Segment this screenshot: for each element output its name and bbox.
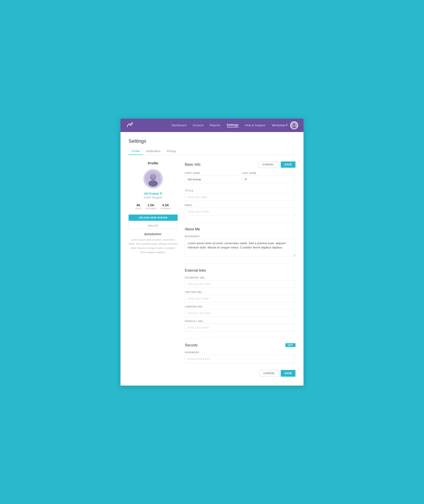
tabs: Profile Notification Privacy [129,148,295,155]
first-name-group: FIRST NAME [185,172,238,183]
logo [126,121,134,130]
bottom-actions: CANCEL SAVE [185,370,295,377]
last-name-label: LAST NAME [242,172,295,174]
stat-messages-value: 1.5K [147,203,154,207]
bottom-save-button[interactable]: SAVE [281,370,295,377]
svg-point-5 [148,180,157,187]
sidebar-biography: BIOGRAPHY Lorem ipsum dolor sit amet, co… [129,233,178,254]
tab-profile[interactable]: Profile [129,148,143,155]
twitter-url-label: Twitter URL: [185,291,295,294]
first-name-input[interactable] [185,176,238,183]
nav-settings[interactable]: Settings [227,123,239,127]
biography-group: BIOGRAPHY Lorem ipsum dolor sit amet, co… [185,235,295,257]
profile-avatar [143,169,163,189]
basic-info-section: Basic Info CANCEL SAVE FIRST NAME LAST N… [185,161,295,215]
profile-form: Basic Info CANCEL SAVE FIRST NAME LAST N… [185,161,295,377]
password-input[interactable] [185,355,295,363]
facebook-url-group: Facebook URL: [185,277,295,288]
google-url-group: Google+ URL: [185,320,295,331]
nav-reports[interactable]: Reports [210,123,220,127]
bottom-cancel-button[interactable]: CANCEL [260,370,279,377]
basic-info-save-button[interactable]: SAVE [281,161,295,168]
main-content: Settings Profile Notification Privacy Pr… [120,132,304,386]
nav-menu: Dashboard Account Reports Settings Help … [172,123,266,127]
delete-avatar-button[interactable]: DELETE [129,222,178,229]
svg-point-1 [293,123,295,126]
page-title: Settings [129,138,295,144]
password-group: PASSWORD [185,351,295,363]
basic-info-actions: CANCEL SAVE [259,161,295,168]
stat-messages-label: messages [145,207,156,210]
biography-label: BIOGRAPHY [185,235,295,238]
name-row: FIRST NAME LAST NAME [185,172,295,186]
sidebar-biography-label: BIOGRAPHY [129,233,178,236]
stat-messages: 1.5K messages [145,203,156,210]
stat-posts-label: posts [136,207,141,210]
basic-info-header: Basic Info CANCEL SAVE [185,161,295,168]
navbar-username: Vel Kumar P [272,123,288,127]
twitter-url-group: Twitter URL: [185,291,295,302]
security-edit-badge[interactable]: EDIT [285,343,295,347]
title-input[interactable] [185,193,295,201]
basic-info-cancel-button[interactable]: CANCEL [259,161,278,168]
password-label: PASSWORD [185,351,295,354]
app-container: Dashboard Account Reports Settings Help … [120,119,304,386]
svg-point-6 [151,174,156,179]
navbar: Dashboard Account Reports Settings Help … [120,119,304,132]
google-url-input[interactable] [185,324,295,331]
sidebar-biography-text: Lorem ipsum dolor sit amet, consectetur … [129,238,178,254]
tab-notification[interactable]: Notification [143,148,164,155]
linkedin-url-group: LinkedIn URL: [185,306,295,317]
title-label: TITTLE [185,190,295,192]
email-input[interactable] [185,208,295,215]
stat-posts-value: 86 [137,203,140,207]
tab-privacy[interactable]: Privacy [164,148,179,155]
linkedin-url-input[interactable] [185,309,295,317]
email-label: EMAIL [185,204,295,207]
facebook-url-label: Facebook URL: [185,277,295,279]
stat-posts: 86 posts [136,203,141,210]
profile-stats: 86 posts 1.5K messages 4.5K members [136,203,171,210]
facebook-url-input[interactable] [185,280,295,288]
security-header: Security EDIT [185,343,295,347]
nav-dashboard[interactable]: Dashboard [172,123,186,127]
about-me-title: About Me [185,227,200,231]
first-name-label: FIRST NAME [185,172,238,174]
google-url-label: Google+ URL: [185,320,295,322]
profile-sidebar-title: Profile [148,161,158,165]
avatar[interactable] [290,121,298,129]
nav-help-support[interactable]: Help & Support [245,123,265,127]
linkedin-url-label: LinkedIn URL: [185,306,295,308]
security-title: Security [185,343,198,347]
about-me-header: About Me [185,227,295,231]
title-group: TITTLE [185,190,295,201]
twitter-url-input[interactable] [185,295,295,302]
about-me-section: About Me BIOGRAPHY Lorem ipsum dolor sit… [185,227,295,257]
external-links-title: External links [185,269,206,272]
profile-sidebar: Profile Vel Kumar P UI/UX Designer 86 [129,161,178,377]
biography-input[interactable]: Lorem ipsum dolor sit amet, consectetur … [185,239,295,257]
stat-members-label: members [161,207,171,210]
security-section: Security EDIT PASSWORD [185,343,295,363]
stat-members-value: 4.5K [162,203,169,207]
profile-name: Vel Kumar P [144,192,162,195]
user-profile-nav: Vel Kumar P [272,121,298,129]
basic-info-title: Basic Info [185,163,200,166]
last-name-group: LAST NAME [242,172,295,183]
external-links-header: External links [185,269,295,272]
two-column-layout: Profile Vel Kumar P UI/UX Designer 86 [129,161,295,377]
last-name-input[interactable] [242,176,295,183]
upload-avatar-button[interactable]: UPLOAD NEW AVATAR [129,215,178,221]
profile-role: UI/UX Designer [144,196,162,199]
svg-point-2 [292,126,296,129]
stat-members: 4.5K members [161,203,171,210]
external-links-section: External links Facebook URL: Twitter URL… [185,269,295,331]
nav-account[interactable]: Account [193,123,204,127]
email-group: EMAIL [185,204,295,215]
